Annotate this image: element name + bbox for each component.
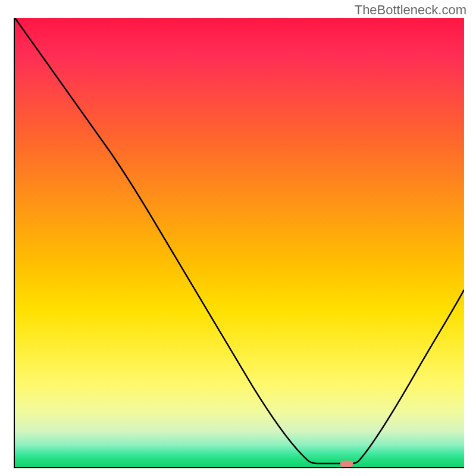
watermark-text: TheBottleneck.com [355, 2, 466, 18]
chart-container: TheBottleneck.com [0, 0, 476, 476]
curve-svg [15, 18, 464, 467]
bottleneck-curve [15, 18, 464, 464]
chart-plot-area [14, 18, 464, 468]
optimal-marker [340, 461, 353, 467]
